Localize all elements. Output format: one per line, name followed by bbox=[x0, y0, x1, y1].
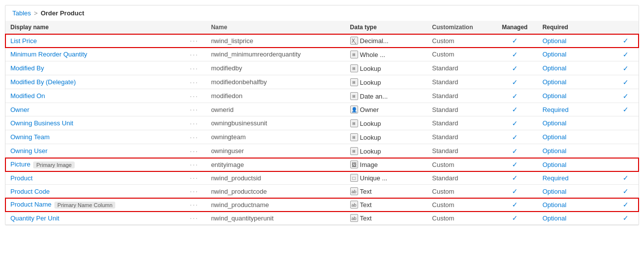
cell-managed: ✓ bbox=[492, 185, 538, 198]
dots-icon[interactable]: ··· bbox=[190, 147, 199, 155]
type-icon: ⊞ Lookup bbox=[350, 64, 381, 72]
col-header-managed: Managed bbox=[492, 21, 538, 34]
type-icon: ab Text bbox=[350, 201, 372, 209]
cell-type: ⊞ Whole ... bbox=[345, 48, 427, 61]
requirement-text: Optional bbox=[543, 92, 566, 100]
type-label: Unique ... bbox=[360, 174, 388, 182]
display-name-text[interactable]: Product bbox=[10, 174, 33, 182]
last-check-icon: ✓ bbox=[623, 64, 629, 72]
cell-dots-menu[interactable]: ··· bbox=[183, 61, 206, 75]
table-body: List Price···nwind_listpriceXε Decimal..… bbox=[5, 34, 639, 225]
cell-last-check: ✓ bbox=[613, 89, 639, 103]
cell-dots-menu[interactable]: ··· bbox=[183, 75, 206, 89]
type-label: Text bbox=[360, 201, 372, 209]
display-name-text[interactable]: Owning Business Unit bbox=[10, 119, 73, 127]
dots-icon[interactable]: ··· bbox=[190, 51, 199, 58]
requirement-text: Optional bbox=[543, 201, 566, 209]
cell-dots-menu[interactable]: ··· bbox=[183, 89, 206, 103]
cell-display-name: Owning User bbox=[5, 144, 183, 158]
cell-dots-menu[interactable]: ··· bbox=[183, 103, 206, 116]
display-name-text[interactable]: Product Code bbox=[10, 188, 50, 195]
cell-display-name: Owner bbox=[5, 103, 183, 116]
display-name-text[interactable]: Modified By (Delegate) bbox=[10, 78, 76, 86]
cell-logical-name: nwind_quantityperunit bbox=[206, 212, 345, 225]
display-name-text[interactable]: Modified On bbox=[10, 92, 45, 100]
display-name-text[interactable]: Product Name bbox=[10, 201, 51, 208]
cell-last-check bbox=[613, 158, 639, 171]
dots-icon[interactable]: ··· bbox=[190, 161, 199, 168]
cell-logical-name: nwind_productcode bbox=[206, 185, 345, 198]
managed-check-icon: ✓ bbox=[512, 174, 518, 182]
dots-icon[interactable]: ··· bbox=[190, 187, 199, 195]
table-header-row: Display name Name Data type Customizatio… bbox=[5, 21, 639, 34]
type-icon: □ Unique ... bbox=[350, 174, 388, 182]
cell-custom-type: Custom bbox=[427, 198, 492, 212]
managed-check-icon: ✓ bbox=[512, 37, 518, 45]
dots-icon[interactable]: ··· bbox=[190, 64, 199, 72]
requirement-text: Optional bbox=[543, 133, 566, 141]
display-name-text[interactable]: Owner bbox=[10, 106, 29, 113]
display-name-text[interactable]: Minimum Reorder Quantity bbox=[10, 51, 87, 58]
table-row: Product NamePrimary Name Column···nwind_… bbox=[5, 198, 639, 212]
cell-dots-menu[interactable]: ··· bbox=[183, 198, 206, 212]
managed-check-icon: ✓ bbox=[512, 214, 518, 222]
cell-dots-menu[interactable]: ··· bbox=[183, 144, 206, 158]
dots-icon[interactable]: ··· bbox=[190, 214, 199, 222]
cell-logical-name: entityimage bbox=[206, 158, 345, 171]
cell-type: ⊞ Date an... bbox=[345, 89, 427, 103]
cell-managed: ✓ bbox=[492, 116, 538, 130]
type-icon: ab Text bbox=[350, 187, 372, 195]
tables-link[interactable]: Tables bbox=[12, 9, 31, 17]
cell-last-check: ✓ bbox=[613, 103, 639, 116]
last-check-icon: ✓ bbox=[623, 174, 629, 182]
dots-icon[interactable]: ··· bbox=[190, 78, 199, 86]
dots-icon[interactable]: ··· bbox=[190, 201, 199, 209]
cell-dots-menu[interactable]: ··· bbox=[183, 158, 206, 171]
type-icon: ⊞ Lookup bbox=[350, 133, 381, 141]
type-label: Lookup bbox=[360, 65, 381, 72]
cell-managed: ✓ bbox=[492, 144, 538, 158]
table-row: Product···nwind_productsid□ Unique ...St… bbox=[5, 171, 639, 185]
type-label: Lookup bbox=[360, 79, 381, 86]
display-name-text[interactable]: Modified By bbox=[10, 64, 44, 72]
cell-custom-type: Standard bbox=[427, 171, 492, 185]
cell-dots-menu[interactable]: ··· bbox=[183, 48, 206, 61]
cell-logical-name: nwind_productname bbox=[206, 198, 345, 212]
last-check-icon: ✓ bbox=[623, 187, 629, 195]
cell-dots-menu[interactable]: ··· bbox=[183, 116, 206, 130]
cell-managed: ✓ bbox=[492, 34, 538, 48]
cell-dots-menu[interactable]: ··· bbox=[183, 130, 206, 144]
requirement-text: Required bbox=[543, 174, 569, 182]
cell-last-check bbox=[613, 116, 639, 130]
managed-check-icon: ✓ bbox=[512, 119, 518, 127]
display-name-text[interactable]: Owning User bbox=[10, 147, 47, 155]
managed-check-icon: ✓ bbox=[512, 147, 518, 155]
dots-icon[interactable]: ··· bbox=[190, 37, 199, 45]
cell-dots-menu[interactable]: ··· bbox=[183, 185, 206, 198]
cell-custom-type: Standard bbox=[427, 103, 492, 116]
cell-dots-menu[interactable]: ··· bbox=[183, 171, 206, 185]
type-icon: Xε Decimal... bbox=[350, 37, 389, 45]
dots-icon[interactable]: ··· bbox=[190, 133, 199, 141]
display-name-text[interactable]: Quantity Per Unit bbox=[10, 215, 59, 222]
cell-type: 👤 Owner bbox=[345, 103, 427, 116]
dots-icon[interactable]: ··· bbox=[190, 106, 199, 113]
display-name-text[interactable]: List Price bbox=[10, 37, 37, 45]
cell-display-name: Product NamePrimary Name Column bbox=[5, 198, 183, 212]
cell-logical-name: nwind_minimumreorderquantity bbox=[206, 48, 345, 61]
display-name-text[interactable]: Picture bbox=[10, 161, 30, 168]
last-check-icon: ✓ bbox=[623, 37, 629, 45]
dots-icon[interactable]: ··· bbox=[190, 92, 199, 100]
cell-last-check: ✓ bbox=[613, 75, 639, 89]
cell-type: ab Text bbox=[345, 198, 427, 212]
table-row: Owning Team···owningteam⊞ LookupStandard… bbox=[5, 130, 639, 144]
display-name-text[interactable]: Owning Team bbox=[10, 133, 49, 141]
cell-last-check: ✓ bbox=[613, 171, 639, 185]
dots-icon[interactable]: ··· bbox=[190, 119, 199, 127]
requirement-text: Optional bbox=[543, 51, 566, 58]
dots-icon[interactable]: ··· bbox=[190, 174, 199, 182]
cell-managed: ✓ bbox=[492, 61, 538, 75]
cell-dots-menu[interactable]: ··· bbox=[183, 34, 206, 48]
cell-dots-menu[interactable]: ··· bbox=[183, 212, 206, 225]
cell-display-name: Minimum Reorder Quantity bbox=[5, 48, 183, 61]
